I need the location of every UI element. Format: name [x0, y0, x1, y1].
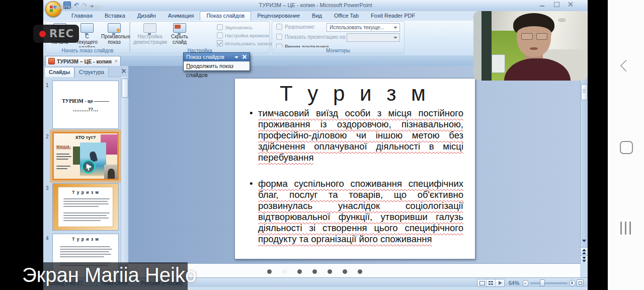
tab-foxit-reader-pdf[interactable]: Foxit Reader PDF [365, 11, 421, 21]
use-timings-checkbox[interactable] [217, 40, 223, 46]
zoom-slider-handle[interactable] [540, 279, 545, 286]
record-icon [217, 24, 223, 30]
dot [343, 269, 347, 274]
thumbnail-slide-2[interactable]: ХТО тут? МАША: [52, 132, 119, 180]
slide-number: 4 [46, 236, 49, 241]
panel-scrollbar-thumb[interactable] [122, 79, 128, 98]
custom-show-button[interactable]: Произвольный показ [101, 23, 127, 45]
android-nav-bar [608, 0, 644, 290]
photo-placeholder [104, 165, 118, 180]
setup-show-button[interactable]: Настройка демонстрации [133, 23, 167, 45]
thumbnail-slide-3[interactable]: Т у р и з м [52, 183, 119, 231]
tab-recenzirovanie[interactable]: Рецензирование [251, 11, 306, 21]
clock-icon [217, 32, 223, 38]
slide-number: 1 [46, 83, 49, 88]
setup-monitor-icon [143, 23, 156, 33]
panel-close-icon[interactable] [121, 68, 126, 74]
window-controls [538, 2, 575, 7]
panel-tabs: Слайды Структура [43, 66, 128, 77]
restore-icon[interactable] [552, 2, 560, 7]
resume-slideshow-item[interactable]: Продолжить показ слайдов [184, 61, 250, 70]
recording-indicator: REC [33, 25, 79, 43]
next-slide-button[interactable] [581, 255, 588, 263]
recent-apps-icon[interactable] [620, 222, 631, 235]
document-tab[interactable]: ТУРИЗМ – ЦЕ - копия × [45, 56, 121, 66]
resolution-icon [276, 24, 282, 30]
title-bar: ТУРИЗМ – ЦЕ - копия - Microsoft PowerPoi… [43, 0, 588, 12]
window-title: ТУРИЗМ – ЦЕ - копия - Microsoft PowerPoi… [43, 2, 588, 8]
thumbnail-slide-1[interactable]: ТУРИЗМ - це ——— ………??… [52, 81, 119, 129]
editor-scrollbar-thumb[interactable] [581, 84, 588, 100]
close-icon[interactable] [567, 2, 575, 7]
slide-bullet: тимчасовий виїзд особи з місця постійног… [249, 108, 463, 163]
editor-scrollbar[interactable] [580, 66, 588, 263]
panel-scrollbar[interactable] [121, 77, 128, 278]
group-label: Начать показ слайдов [46, 47, 129, 54]
record-dot-icon [39, 31, 46, 37]
tab-animaciya[interactable]: Анимация [162, 11, 200, 21]
tab-vstavka[interactable]: Вставка [99, 11, 131, 21]
slide-number: 2 [46, 134, 49, 139]
fit-to-window-icon[interactable] [577, 279, 584, 286]
document-tab-close-icon[interactable]: × [115, 58, 118, 64]
hide-slide-button[interactable]: Скрыть слайд [169, 23, 191, 45]
webcam-video-tile [473, 11, 588, 81]
zoom-slider-track[interactable] [530, 282, 568, 284]
tab-office-tab[interactable]: Office Tab [328, 11, 365, 21]
slide-title[interactable]: Т у р и з м [235, 82, 475, 106]
shared-screen: ТУРИЗМ – ЦЕ - копия - Microsoft PowerPoi… [0, 0, 644, 290]
tab-dizayn[interactable]: Дизайн [131, 11, 162, 21]
slide-body-text[interactable]: тимчасовий виїзд особи з місця постійног… [249, 108, 463, 245]
page-indicator-dots [267, 269, 362, 274]
hide-slide-icon [173, 23, 186, 33]
tab-pokaz-slaydov[interactable]: Показ слайдов [200, 11, 251, 21]
tab-outline[interactable]: Структура [74, 67, 109, 77]
group-setup: Настройка демонстрации Скрыть слайд Звук… [130, 21, 270, 54]
back-icon[interactable] [620, 59, 632, 71]
show-on-dropdown[interactable] [347, 33, 400, 42]
dot-active [282, 269, 287, 274]
zoom-in-icon[interactable] [569, 280, 576, 286]
dot [267, 269, 272, 274]
dot [358, 269, 362, 274]
group-monitors: Разрешение: Использовать текуще... Показ… [272, 21, 405, 54]
scroll-down-icon[interactable] [581, 239, 588, 243]
slide-bullet: форма суспільного споживання специфічних… [249, 178, 463, 245]
dot [312, 269, 317, 274]
home-icon[interactable] [620, 141, 633, 154]
screen-share-label: Экран Mariia Heiko [22, 264, 196, 286]
resolution-dropdown[interactable]: Использовать текуще... [327, 23, 400, 32]
slides-panel: Слайды Структура 1 ТУРИЗМ - це ——— ………??… [43, 66, 128, 278]
zoom-out-icon[interactable] [522, 280, 529, 286]
dot [297, 269, 302, 274]
rehearse-timings-option[interactable]: Настройка времени [217, 32, 269, 38]
floating-toolbar-header[interactable]: Показ слайдов [184, 53, 250, 61]
normal-view-icon[interactable] [477, 279, 487, 286]
show-on-row: Показать презентацию на: [276, 34, 347, 40]
group-label: Мониторы [272, 47, 404, 54]
mouse-cursor-icon [86, 164, 93, 172]
tab-glavnaya[interactable]: Главная [65, 11, 99, 21]
dot [328, 269, 332, 274]
slideshow-view-icon[interactable] [496, 279, 504, 286]
zoom-level[interactable]: 64% [509, 280, 519, 286]
slide-sorter-icon[interactable] [487, 279, 496, 286]
powerpoint-file-icon [48, 58, 55, 64]
monitor-icon [80, 23, 94, 33]
view-buttons [477, 279, 505, 287]
slideshow-floating-toolbar: Показ слайдов Продолжить показ слайдов [183, 52, 250, 71]
show-on-icon [276, 34, 282, 40]
monitor-star-icon [108, 23, 121, 33]
toolbar-dropdown-icon[interactable] [234, 56, 238, 58]
minimize-icon[interactable] [538, 2, 546, 7]
toolbar-close-icon[interactable] [242, 54, 247, 60]
slide-canvas[interactable]: Т у р и з м тимчасовий виїзд особи з міс… [234, 78, 475, 259]
record-narration-option[interactable]: Звукозапись [217, 24, 253, 30]
tab-slides[interactable]: Слайды [44, 67, 74, 77]
resolution-row: Разрешение: [276, 24, 315, 30]
slide-number: 3 [46, 185, 49, 191]
tab-vid[interactable]: Вид [306, 11, 328, 21]
previous-slide-button[interactable] [581, 247, 588, 255]
notes-placeholder: Заметки к слайду [50, 4, 101, 11]
